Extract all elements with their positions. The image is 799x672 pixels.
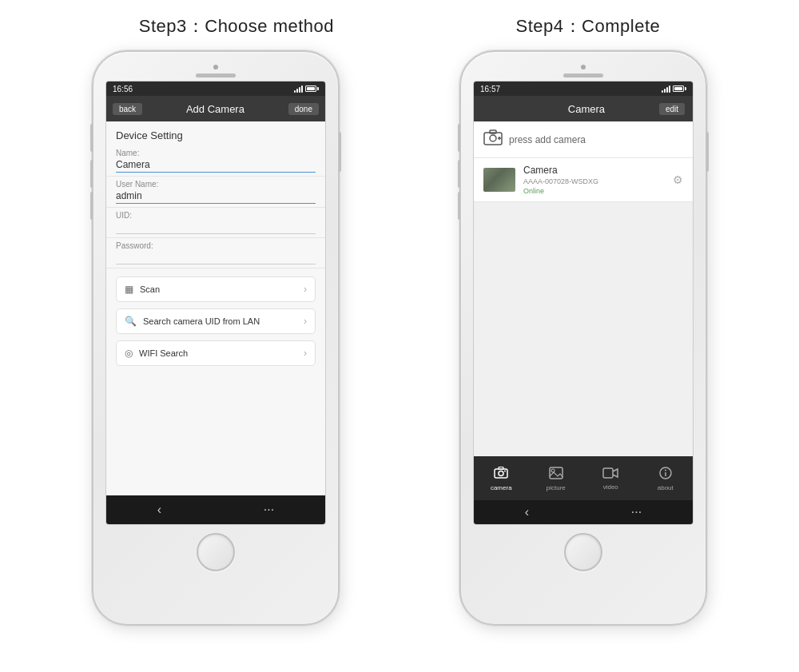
phone2-more-icon[interactable]: ··· [631,505,642,519]
phone1-status-icons [294,85,319,93]
add-camera-row[interactable]: press add camera [474,121,693,158]
phone1-signal [294,85,303,93]
camera-thumbnail [483,168,515,192]
search-icon: 🔍 [125,316,137,327]
camera-add-icon [483,129,503,149]
phone1-camera-dot [213,65,218,70]
username-input[interactable]: admin [116,190,316,204]
phone1-bottom-bar: ‹ ··· [106,495,325,524]
phones-container: 16:56 [0,50,799,626]
phone1-more-icon[interactable]: ··· [264,503,274,517]
svg-point-14 [665,470,666,471]
video-tab-label: video [603,483,618,491]
phone2-battery [673,85,686,92]
phone1-shell: 16:56 [92,50,340,626]
back-button[interactable]: back [113,103,142,115]
phone2-bottom [564,533,602,571]
phone1-top [100,65,332,78]
search-uid-label: Search camera UID from LAN [143,316,260,326]
wifi-icon: ◎ [125,348,133,359]
form-name-group: Name: Camera [106,145,325,177]
phone2-shell: 16:57 [459,50,707,626]
video-tab-icon [602,467,618,482]
phone2-top [467,65,699,78]
wifi-search-option[interactable]: ◎ WIFI Search › [116,340,316,366]
svg-rect-5 [495,469,507,478]
camera-tab-icon [494,467,508,483]
add-camera-text: press add camera [509,134,586,145]
camera-settings-icon[interactable]: ⚙ [673,173,683,186]
edit-button[interactable]: edit [659,103,685,115]
search-uid-chevron: › [304,316,307,327]
phone2-screen-content: press add camera Camera AAAA-007028-WSDX… [474,121,693,524]
username-label: User Name: [116,180,316,189]
form-username-group: User Name: admin [106,177,325,208]
camera-list-item[interactable]: Camera AAAA-007028-WSDXG Online ⚙ [474,158,693,202]
camera-uid: AAAA-007028-WSDXG [523,177,665,185]
camera-status: Online [523,187,665,195]
steps-header: Step3：Choose method Step4：Complete [0,0,799,46]
password-input[interactable] [116,252,316,264]
screen-spacer [106,374,325,495]
phone1-time: 16:56 [113,85,133,93]
options-section: ▦ Scan › 🔍 Search camera UID from LAN › [106,268,325,374]
tab-about[interactable]: about [638,467,694,491]
phone1-home-button[interactable] [197,533,235,571]
phone2-speaker [563,74,603,78]
svg-rect-11 [603,468,613,478]
scan-label: Scan [140,284,160,294]
name-input[interactable]: Camera [116,159,316,173]
camera-name: Camera [523,165,665,176]
phone2-nav-bar: Camera edit [474,96,693,121]
scan-option[interactable]: ▦ Scan › [116,276,316,302]
picture-tab-icon [549,467,563,483]
svg-point-10 [551,469,555,472]
tab-picture[interactable]: picture [529,467,584,491]
nav-title: Add Camera [186,103,244,115]
phone2-status-bar: 16:57 [474,82,693,96]
camera-nav-title: Camera [514,103,659,115]
svg-point-8 [504,471,506,472]
phone2-signal [662,85,670,93]
phone1-screen: 16:56 [105,81,326,525]
phone2-bottom-bar: ‹ ··· [474,500,693,524]
step4-title: Step4：Complete [516,14,661,38]
scan-chevron: › [304,284,307,295]
search-uid-option[interactable]: 🔍 Search camera UID from LAN › [116,308,316,334]
phone1-bottom [197,533,235,571]
phone1-screen-content: Device Setting Name: Camera User Name: a… [106,121,325,524]
phone2-screen: 16:57 [473,81,694,525]
uid-label: UID: [116,211,316,220]
device-setting-title: Device Setting [106,121,325,145]
phone1-nav-bar: back Add Camera done [106,96,325,121]
svg-point-6 [499,471,503,476]
uid-input[interactable] [116,221,316,234]
phone1-back-icon[interactable]: ‹ [157,503,161,517]
form-uid-group: UID: [106,208,325,238]
scan-icon: ▦ [125,284,133,295]
camera-thumb-image [483,168,515,192]
phone2-camera-dot [581,65,586,70]
about-tab-label: about [658,484,674,491]
tab-bar: camera picture [474,456,693,500]
phone2-time: 16:57 [480,85,500,93]
step3-title: Step3：Choose method [139,14,334,38]
phone1-speaker [196,74,236,78]
camera-info: Camera AAAA-007028-WSDXG Online [523,165,665,195]
wifi-search-label: WIFI Search [139,348,188,358]
tab-video[interactable]: video [583,467,638,491]
camera-tab-label: camera [491,484,512,491]
phone1-battery [305,85,319,92]
picture-tab-label: picture [547,484,566,491]
svg-point-1 [490,135,496,141]
done-button[interactable]: done [288,103,319,115]
phone2-back-icon[interactable]: ‹ [525,505,529,519]
svg-rect-7 [499,467,503,470]
tab-camera[interactable]: camera [474,467,529,491]
password-label: Password: [116,241,316,250]
phone2-home-button[interactable] [564,533,602,571]
phone2-status-icons [662,85,686,93]
wifi-search-chevron: › [304,348,307,359]
phone1-status-bar: 16:56 [106,82,325,96]
about-tab-icon [659,467,672,483]
